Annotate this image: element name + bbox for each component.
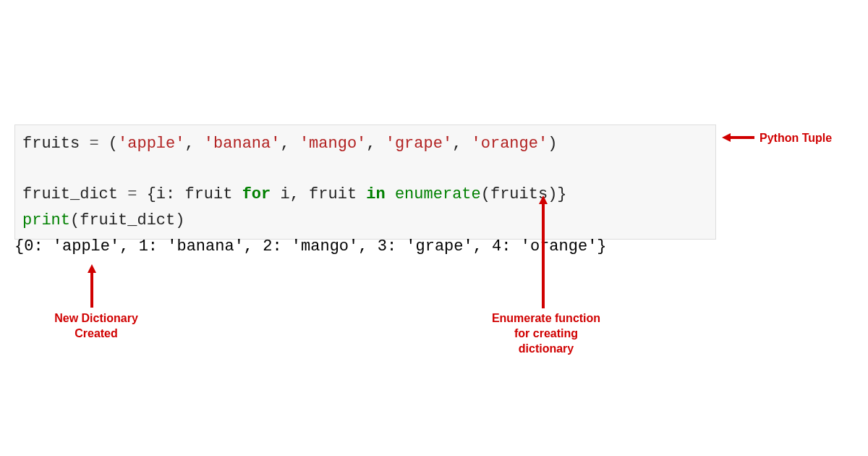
code-token: 'grape': [386, 135, 452, 153]
code-token: 'orange': [472, 135, 548, 153]
code-token: 'mango': [299, 135, 366, 153]
code-token: (fruits)}: [481, 185, 567, 203]
code-line-3: fruit_dict = {i: fruit for i, fruit in e…: [22, 182, 708, 207]
code-line-4: print(fruit_dict): [22, 208, 708, 233]
annotation-tuple: Python Tuple: [760, 131, 832, 146]
annotation-text: Python Tuple: [760, 132, 832, 144]
code-token: 'apple': [118, 135, 184, 153]
annotation-text-line: for creating: [485, 326, 608, 342]
code-token: print: [22, 211, 70, 229]
code-token: ,: [452, 135, 471, 153]
code-token: {i: fruit: [147, 185, 242, 203]
code-token: [386, 185, 395, 203]
code-token: fruits: [22, 135, 80, 153]
code-token: ,: [366, 135, 385, 153]
code-token: (fruit_dict): [70, 211, 184, 229]
code-token: for: [242, 185, 271, 203]
annotation-dict-created: New Dictionary Created: [49, 311, 143, 342]
code-token: i, fruit: [271, 185, 366, 203]
code-token: ,: [280, 135, 299, 153]
output-text: {0: 'apple', 1: 'banana', 2: 'mango', 3:…: [14, 237, 607, 256]
annotation-text-line: New Dictionary: [49, 311, 143, 326]
annotation-text-line: dictionary: [485, 342, 608, 357]
annotation-text-line: Enumerate function: [485, 311, 608, 326]
annotation-enumerate: Enumerate function for creating dictiona…: [485, 311, 608, 356]
annotation-text-line: Created: [49, 326, 143, 342]
code-line-blank: [22, 156, 708, 182]
code-token: 'banana': [204, 135, 281, 153]
code-token: fruit_dict: [22, 185, 118, 203]
code-token: (: [109, 135, 118, 153]
code-line-1: fruits = ('apple', 'banana', 'mango', 'g…: [22, 131, 708, 156]
code-token: enumerate: [395, 185, 481, 203]
code-block: fruits = ('apple', 'banana', 'mango', 'g…: [14, 124, 716, 240]
code-token: in: [366, 185, 385, 203]
code-token: ): [548, 135, 557, 153]
code-token: =: [80, 135, 109, 153]
code-token: =: [118, 185, 147, 203]
code-token: ,: [184, 135, 203, 153]
